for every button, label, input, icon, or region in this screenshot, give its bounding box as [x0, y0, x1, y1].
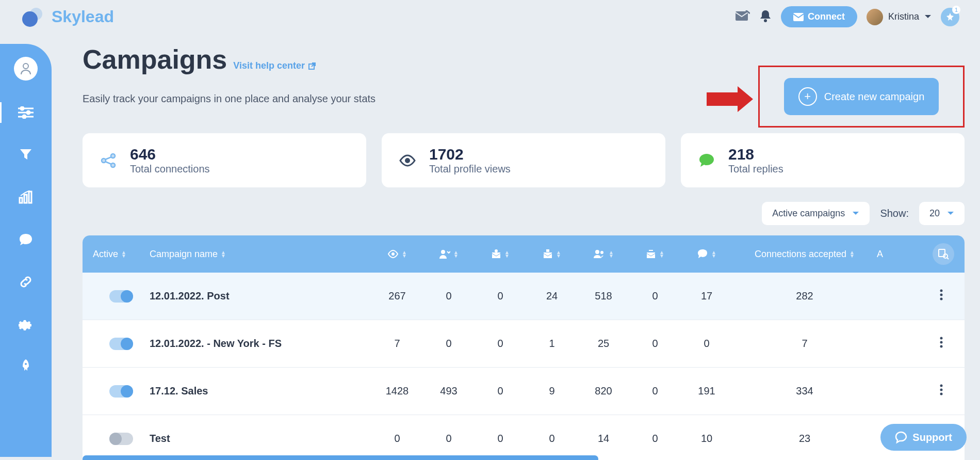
chevron-down-icon: [852, 211, 859, 216]
svg-point-30: [600, 251, 603, 254]
svg-point-5: [23, 64, 28, 69]
table-header: Active▲▼ Campaign name▲▼ ▲▼ ▲▼ ▲▼ ▲▼ ▲▼ …: [83, 235, 965, 273]
svg-point-36: [940, 294, 943, 296]
sidebar-chat[interactable]: [15, 229, 36, 250]
sidebar-filters[interactable]: [15, 102, 36, 123]
sidebar-profile[interactable]: [14, 57, 38, 81]
svg-point-1: [22, 11, 38, 27]
col-extra[interactable]: A: [877, 249, 908, 260]
filter-row: Active campaigns Show: 20: [83, 202, 965, 225]
svg-point-42: [940, 389, 943, 391]
svg-rect-13: [24, 195, 27, 203]
col-views-icon[interactable]: ▲▼: [371, 250, 423, 258]
logo[interactable]: Skylead: [21, 7, 114, 27]
stat-connections: 646 Total connections: [83, 133, 366, 187]
stats-row: 646 Total connections 1702 Total profile…: [83, 133, 965, 187]
sidebar: [0, 44, 52, 457]
col-inbox2-icon[interactable]: ▲▼: [526, 249, 578, 259]
col-follow-icon[interactable]: ▲▼: [423, 249, 475, 259]
envelope-icon: [793, 13, 804, 21]
col-name[interactable]: Campaign name▲▼: [150, 249, 371, 260]
col-people-icon[interactable]: ▲▼: [578, 249, 629, 259]
brand-name: Skylead: [52, 7, 114, 26]
svg-point-26: [495, 249, 498, 252]
stat-label: Total profile views: [429, 163, 511, 175]
stat-value: 218: [728, 146, 783, 163]
svg-line-20: [105, 157, 111, 160]
campaign-name: 12.01.2022. Post: [150, 290, 371, 302]
external-link-icon: [308, 62, 316, 70]
svg-point-11: [23, 115, 26, 118]
row-menu-button[interactable]: [928, 289, 954, 303]
page-title: Campaigns: [83, 44, 227, 75]
horizontal-scrollbar[interactable]: [83, 455, 598, 460]
sidebar-settings[interactable]: [15, 314, 36, 335]
campaigns-table: Active▲▼ Campaign name▲▼ ▲▼ ▲▼ ▲▼ ▲▼ ▲▼ …: [83, 235, 965, 460]
campaign-filter-dropdown[interactable]: Active campaigns: [762, 202, 870, 225]
sidebar-analytics[interactable]: [15, 187, 36, 208]
create-campaign-button[interactable]: + Create new campaign: [784, 78, 939, 115]
col-inbox3-icon[interactable]: ▲▼: [629, 249, 681, 259]
notification-badge[interactable]: [941, 8, 959, 26]
sidebar-link[interactable]: [15, 272, 36, 292]
page-size-dropdown[interactable]: 20: [919, 202, 965, 225]
bell-icon[interactable]: [759, 9, 772, 25]
col-inbox1-icon[interactable]: ▲▼: [475, 249, 526, 259]
col-active[interactable]: Active▲▼: [93, 249, 150, 260]
connect-label: Connect: [808, 11, 845, 22]
toggle-active[interactable]: [109, 385, 133, 398]
svg-point-9: [21, 107, 24, 110]
share-icon: [98, 150, 119, 171]
svg-rect-12: [20, 198, 22, 203]
svg-point-3: [764, 19, 767, 22]
table-search-button[interactable]: [933, 243, 954, 265]
support-button[interactable]: Support: [880, 424, 967, 451]
svg-rect-25: [492, 252, 500, 258]
campaign-name: 12.01.2022. - New York - FS: [150, 338, 371, 350]
table-row[interactable]: Test 0 0 0 0 14 0 10 23: [83, 415, 965, 460]
col-messages-icon[interactable]: ▲▼: [681, 249, 732, 259]
row-menu-button[interactable]: [928, 337, 954, 351]
svg-point-37: [940, 298, 943, 300]
arrow-annotation: [707, 86, 753, 114]
user-menu[interactable]: Kristina: [867, 9, 932, 25]
toggle-active[interactable]: [109, 338, 133, 350]
connect-button[interactable]: Connect: [781, 6, 857, 27]
envelope-icon[interactable]: [736, 10, 750, 24]
logo-icon: [21, 7, 46, 27]
campaign-name: 17.12. Sales: [150, 385, 371, 397]
chat-icon: [696, 150, 717, 171]
toggle-active[interactable]: [109, 290, 133, 303]
stat-label: Total connections: [130, 163, 210, 175]
svg-point-40: [940, 345, 943, 348]
chevron-down-icon: [947, 211, 954, 216]
chat-icon: [895, 431, 907, 443]
stat-label: Total replies: [728, 163, 783, 175]
svg-point-29: [595, 250, 599, 254]
sidebar-rocket[interactable]: [15, 356, 36, 377]
help-link[interactable]: Visit help center: [233, 60, 316, 71]
svg-point-23: [391, 252, 395, 256]
svg-rect-14: [29, 192, 31, 203]
svg-point-38: [940, 337, 943, 340]
row-menu-button[interactable]: [928, 384, 954, 398]
stat-value: 1702: [429, 146, 511, 163]
stat-value: 646: [130, 146, 210, 163]
toggle-active[interactable]: [109, 433, 133, 445]
svg-point-10: [27, 111, 30, 114]
chevron-down-icon: [924, 14, 932, 20]
table-row[interactable]: 17.12. Sales 1428 493 0 9 820 0 191 334: [83, 368, 965, 415]
svg-point-35: [940, 290, 943, 292]
stat-profile-views: 1702 Total profile views: [382, 133, 665, 187]
svg-point-43: [940, 393, 943, 395]
main-content: Campaigns Visit help center Easily track…: [83, 44, 965, 460]
svg-rect-31: [647, 252, 655, 258]
svg-point-24: [441, 250, 445, 254]
svg-point-22: [405, 158, 410, 163]
create-campaign-highlight: + Create new campaign: [758, 66, 965, 128]
avatar: [867, 9, 883, 25]
table-row[interactable]: 12.01.2022. Post 267 0 0 24 518 0 17 282: [83, 273, 965, 320]
table-row[interactable]: 12.01.2022. - New York - FS 7 0 0 1 25 0…: [83, 320, 965, 368]
sidebar-funnel[interactable]: [15, 145, 36, 165]
col-connections-accepted[interactable]: Connections accepted▲▼: [732, 249, 877, 260]
